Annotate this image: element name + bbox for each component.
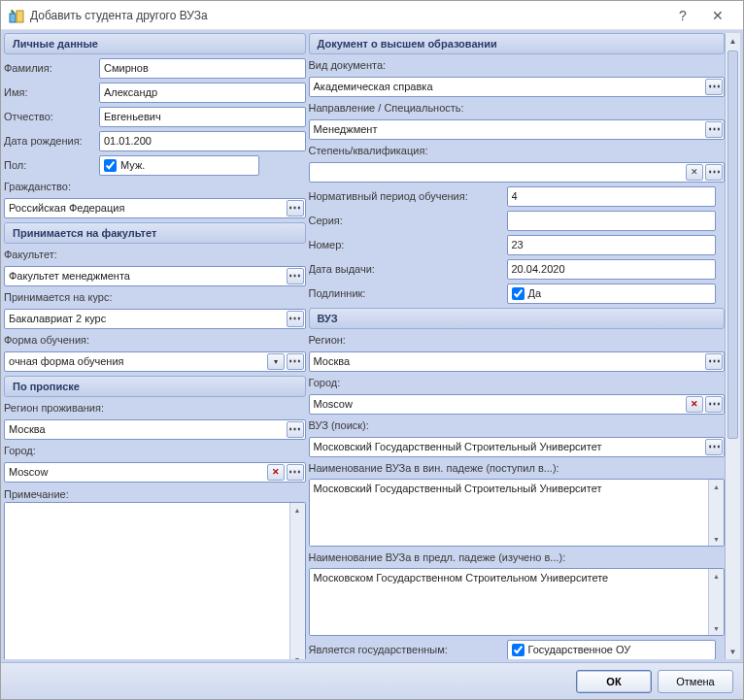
label-series: Серия:: [309, 215, 503, 226]
label-city: Город:: [4, 443, 306, 458]
more-icon[interactable]: [705, 396, 723, 413]
group-header-residence: По прописке: [4, 376, 306, 397]
scrollbar[interactable]: ▲ ▼: [289, 503, 305, 659]
label-surname: Фамилия:: [4, 62, 95, 74]
vcity-combo[interactable]: Moscow: [309, 394, 726, 415]
city-value: Moscow: [5, 466, 266, 478]
series-input[interactable]: [507, 211, 716, 231]
direction-combo[interactable]: Менеджмент: [309, 119, 726, 140]
label-faculty: Факультет:: [4, 247, 306, 262]
label-direction: Направление / Специальность:: [309, 100, 726, 116]
titlebar: Добавить студента другого ВУЗа ? ✕: [1, 1, 743, 30]
patronymic-input[interactable]: [99, 107, 306, 127]
vname-vin-textarea[interactable]: [310, 480, 709, 546]
course-combo[interactable]: Бакалавриат 2 курс: [4, 309, 306, 329]
footer: ОК Отмена: [1, 662, 743, 699]
faculty-combo[interactable]: Факультет менеджмента: [4, 266, 306, 286]
label-vcity: Город:: [309, 375, 726, 390]
label-sex: Пол:: [4, 159, 95, 171]
scrollbar[interactable]: ▲ ▼: [708, 480, 724, 546]
label-studyform: Форма обучения:: [4, 332, 306, 348]
citizenship-value: Российская Федерация: [5, 202, 286, 214]
label-doctype: Вид документа:: [309, 57, 726, 73]
group-vuz: ВУЗ Регион: Москва Город: Moscow: [309, 308, 726, 659]
scrollbar-thumb[interactable]: [727, 50, 738, 439]
surname-input[interactable]: [99, 58, 306, 79]
original-checkbox-label: Да: [528, 287, 542, 299]
scroll-up-icon[interactable]: ▲: [290, 503, 305, 517]
scroll-up-icon[interactable]: ▲: [709, 569, 724, 583]
scroll-down-icon[interactable]: ▼: [290, 652, 305, 659]
is-gov-label: Государственное ОУ: [528, 644, 631, 655]
scroll-up-icon[interactable]: ▲: [709, 480, 724, 493]
vsearch-combo[interactable]: Московский Государственный Строительный …: [309, 437, 726, 457]
group-note: Примечание: ▲ ▼: [4, 486, 306, 659]
main-scrollbar[interactable]: ▲ ▼: [725, 33, 740, 659]
help-button[interactable]: ?: [665, 2, 700, 29]
more-icon[interactable]: [705, 79, 723, 95]
doctype-combo[interactable]: Академическая справка: [309, 77, 726, 97]
original-checkbox[interactable]: [512, 287, 524, 300]
more-icon[interactable]: [287, 200, 304, 217]
chevron-down-icon[interactable]: [267, 353, 285, 370]
label-number: Номер:: [309, 239, 503, 250]
svg-rect-0: [10, 14, 16, 22]
name-input[interactable]: [99, 83, 306, 103]
label-is-gov: Является государственным:: [309, 644, 503, 655]
vname-predl-textarea[interactable]: [310, 569, 709, 635]
clear-icon[interactable]: [267, 464, 285, 481]
scroll-up-icon[interactable]: ▲: [726, 33, 740, 49]
clear-icon[interactable]: [686, 396, 703, 413]
group-faculty: Принимается на факультет Факультет: Факу…: [4, 222, 306, 372]
scrollbar[interactable]: ▲ ▼: [708, 569, 724, 635]
cancel-button[interactable]: Отмена: [658, 670, 733, 693]
citizenship-combo[interactable]: Российская Федерация: [4, 198, 306, 218]
note-textarea[interactable]: [5, 503, 289, 659]
doctype-value: Академическая справка: [310, 81, 705, 92]
period-input[interactable]: [507, 186, 716, 207]
vregion-value: Москва: [310, 355, 705, 367]
scroll-down-icon[interactable]: ▼: [726, 644, 740, 659]
sex-checkbox[interactable]: [104, 159, 117, 172]
scroll-down-icon[interactable]: ▼: [709, 621, 724, 635]
label-original: Подлинник:: [309, 287, 503, 299]
label-course: Принимается на курс:: [4, 289, 306, 305]
direction-value: Менеджмент: [310, 123, 705, 135]
more-icon[interactable]: [705, 164, 723, 181]
city-combo[interactable]: Moscow: [4, 462, 306, 483]
label-vsearch: ВУЗ (поиск):: [309, 417, 726, 433]
close-button[interactable]: ✕: [700, 2, 735, 29]
right-column: Документ о высшем образовании Вид докуме…: [309, 33, 726, 659]
faculty-value: Факультет менеджмента: [5, 270, 286, 282]
more-icon[interactable]: [705, 121, 723, 138]
issuedate-input[interactable]: [507, 259, 716, 280]
scroll-down-icon[interactable]: ▼: [709, 532, 724, 546]
is-gov-checkbox[interactable]: [512, 644, 524, 656]
more-icon[interactable]: [705, 439, 723, 455]
ok-button[interactable]: ОК: [576, 670, 652, 693]
sex-checkbox-wrap[interactable]: Муж.: [99, 155, 259, 176]
app-icon: [9, 8, 24, 23]
more-icon[interactable]: [287, 421, 304, 438]
left-column: Личные данные Фамилия: Имя: Отчество:: [4, 33, 306, 659]
group-personal: Личные данные Фамилия: Имя: Отчество:: [4, 33, 306, 218]
label-name: Имя:: [4, 86, 95, 98]
studyform-value: очная форма обучения: [5, 355, 266, 367]
more-icon[interactable]: [287, 353, 304, 370]
degree-combo[interactable]: [309, 162, 726, 183]
more-icon[interactable]: [287, 268, 304, 284]
vcity-value: Moscow: [310, 398, 686, 410]
number-input[interactable]: [507, 235, 716, 255]
more-icon[interactable]: [705, 353, 723, 370]
studyform-combo[interactable]: очная форма обучения: [4, 351, 306, 372]
vregion-combo[interactable]: Москва: [309, 351, 726, 372]
birthdate-input[interactable]: [99, 131, 306, 151]
original-checkbox-wrap[interactable]: Да: [507, 283, 716, 304]
label-patronymic: Отчество:: [4, 111, 95, 122]
is-gov-checkbox-wrap[interactable]: Государственное ОУ: [507, 640, 716, 660]
more-icon[interactable]: [287, 311, 304, 327]
more-icon[interactable]: [287, 464, 304, 481]
region-combo[interactable]: Москва: [4, 419, 306, 440]
label-citizenship: Гражданство:: [4, 179, 306, 194]
clear-icon[interactable]: [686, 164, 703, 181]
